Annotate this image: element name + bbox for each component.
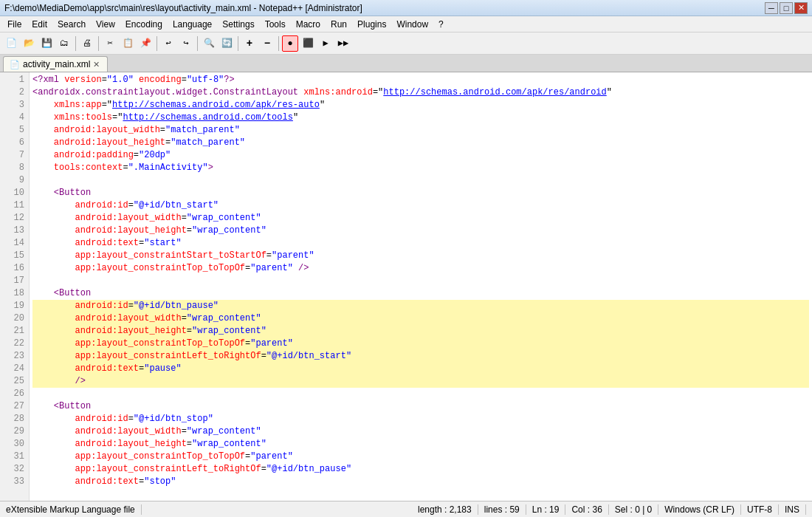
menu-run[interactable]: Run bbox=[326, 18, 351, 31]
code-line-19: android:id="@+id/btn_pause" bbox=[32, 300, 809, 312]
cut-button[interactable]: ✂ bbox=[102, 35, 118, 52]
redo-button[interactable]: ↪ bbox=[178, 35, 194, 52]
tab-icon: 📄 bbox=[10, 60, 20, 69]
code-line-11: android:id="@+id/btn_start" bbox=[32, 199, 809, 212]
toolbar-sep-6 bbox=[278, 36, 279, 51]
code-line-21: android:layout_height="wrap_content" bbox=[32, 325, 809, 338]
zoom-in-button[interactable]: + bbox=[241, 35, 258, 52]
sel-label: Sel : 0 | 0 bbox=[609, 504, 658, 515]
zoom-out-button[interactable]: − bbox=[259, 35, 275, 52]
tab-label: activity_main.xml bbox=[23, 59, 90, 69]
code-line-4: xmlns:tools="http://schemas.android.com/… bbox=[32, 112, 809, 124]
code-line-14: android:text="start" bbox=[32, 237, 809, 250]
code-line-27: <Button bbox=[32, 400, 809, 413]
tab-activity-main[interactable]: 📄 activity_main.xml ✕ bbox=[3, 56, 108, 72]
menu-encoding[interactable]: Encoding bbox=[121, 18, 167, 31]
code-line-15: app:layout_constraintStart_toStartOf="pa… bbox=[32, 250, 809, 262]
toolbar-sep-5 bbox=[238, 36, 238, 51]
menu-settings[interactable]: Settings bbox=[218, 18, 258, 31]
code-line-20: android:layout_width="wrap_content" bbox=[32, 312, 809, 325]
code-line-7: android:padding="20dp" bbox=[32, 149, 809, 162]
copy-button[interactable]: 📋 bbox=[120, 35, 136, 52]
code-line-24: android:text="pause" bbox=[32, 363, 809, 375]
code-line-31: app:layout_constraintTop_toTopOf="parent… bbox=[32, 451, 809, 463]
code-line-9 bbox=[32, 174, 809, 187]
file-type-label: eXtensible Markup Language file bbox=[6, 504, 142, 515]
menu-plugins[interactable]: Plugins bbox=[353, 18, 390, 31]
close-button[interactable]: ✕ bbox=[794, 2, 808, 14]
code-line-26 bbox=[32, 388, 809, 400]
mode-label: INS bbox=[779, 504, 806, 515]
code-line-10: <Button bbox=[32, 187, 809, 199]
editor-container: 1234567891011121314151617181920212223242… bbox=[0, 72, 812, 501]
macro-button[interactable]: ● bbox=[282, 35, 298, 52]
length-label: length : 2,183 bbox=[412, 504, 478, 515]
save-button[interactable]: 💾 bbox=[38, 35, 55, 52]
line-ending-label: Windows (CR LF) bbox=[658, 504, 741, 515]
menu-language[interactable]: Language bbox=[168, 18, 216, 31]
toolbar: 📄 📂 💾 🗂 🖨 ✂ 📋 📌 ↩ ↪ 🔍 🔄 + − ● ⬛ ▶ ▶▶ bbox=[0, 32, 812, 55]
undo-button[interactable]: ↩ bbox=[160, 35, 176, 52]
find-button[interactable]: 🔍 bbox=[201, 35, 217, 52]
menu-bar: FileEditSearchViewEncodingLanguageSettin… bbox=[0, 16, 812, 32]
tab-bar: 📄 activity_main.xml ✕ bbox=[0, 55, 812, 72]
title-bar-text: F:\demo\MediaDemo\app\src\main\res\layou… bbox=[4, 3, 362, 13]
code-line-8: tools:context=".MainActivity"> bbox=[32, 162, 809, 174]
toolbar-sep-4 bbox=[197, 36, 198, 51]
new-button[interactable]: 📄 bbox=[3, 35, 19, 52]
menu-tools[interactable]: Tools bbox=[261, 18, 290, 31]
code-line-12: android:layout_width="wrap_content" bbox=[32, 212, 809, 225]
menu-?[interactable]: ? bbox=[434, 18, 448, 31]
code-line-13: android:layout_height="wrap_content" bbox=[32, 225, 809, 237]
code-line-17 bbox=[32, 275, 809, 287]
status-bar: eXtensible Markup Language file length :… bbox=[0, 501, 812, 517]
title-bar: F:\demo\MediaDemo\app\src\main\res\layou… bbox=[0, 0, 812, 16]
open-button[interactable]: 📂 bbox=[21, 35, 37, 52]
macro-stop-button[interactable]: ⬛ bbox=[300, 35, 316, 52]
toolbar-sep-3 bbox=[156, 36, 157, 51]
menu-file[interactable]: File bbox=[3, 18, 26, 31]
code-line-6: android:layout_height="match_parent" bbox=[32, 137, 809, 149]
code-line-28: android:id="@+id/btn_stop" bbox=[32, 413, 809, 425]
print-button[interactable]: 🖨 bbox=[79, 35, 95, 52]
code-line-1: <?xml version="1.0" encoding="utf-8"?> bbox=[32, 74, 809, 86]
save-all-button[interactable]: 🗂 bbox=[56, 35, 72, 52]
line-numbers: 1234567891011121314151617181920212223242… bbox=[0, 72, 30, 501]
code-area[interactable]: <?xml version="1.0" encoding="utf-8"?><a… bbox=[30, 72, 812, 501]
title-bar-buttons: ─ □ ✕ bbox=[765, 2, 808, 14]
col-label: Col : 36 bbox=[565, 504, 608, 515]
code-line-16: app:layout_constraintTop_toTopOf="parent… bbox=[32, 262, 809, 275]
code-line-32: app:layout_constraintLeft_toRightOf="@+i… bbox=[32, 463, 809, 476]
code-line-33: android:text="stop" bbox=[32, 476, 809, 488]
code-line-2: <androidx.constraintlayout.widget.Constr… bbox=[32, 86, 809, 99]
menu-window[interactable]: Window bbox=[392, 18, 433, 31]
toolbar-sep-2 bbox=[98, 36, 99, 51]
lines-label: lines : 59 bbox=[478, 504, 526, 515]
paste-button[interactable]: 📌 bbox=[137, 35, 154, 52]
macro-play-button[interactable]: ▶ bbox=[317, 35, 334, 52]
code-line-25: /> bbox=[32, 375, 809, 388]
code-line-23: app:layout_constraintLeft_toRightOf="@+i… bbox=[32, 350, 809, 363]
ln-label: Ln : 19 bbox=[526, 504, 566, 515]
code-line-5: android:layout_width="match_parent" bbox=[32, 124, 809, 137]
toolbar-sep-1 bbox=[75, 36, 76, 51]
code-line-3: xmlns:app="http://schemas.android.com/ap… bbox=[32, 99, 809, 112]
menu-edit[interactable]: Edit bbox=[27, 18, 52, 31]
tab-close-icon[interactable]: ✕ bbox=[93, 60, 100, 69]
code-line-30: android:layout_height="wrap_content" bbox=[32, 438, 809, 451]
menu-view[interactable]: View bbox=[92, 18, 120, 31]
code-line-22: app:layout_constraintTop_toTopOf="parent… bbox=[32, 338, 809, 350]
replace-button[interactable]: 🔄 bbox=[219, 35, 235, 52]
maximize-button[interactable]: □ bbox=[780, 2, 793, 14]
macro-run-button[interactable]: ▶▶ bbox=[335, 35, 351, 52]
menu-macro[interactable]: Macro bbox=[292, 18, 325, 31]
code-line-29: android:layout_width="wrap_content" bbox=[32, 425, 809, 438]
minimize-button[interactable]: ─ bbox=[765, 2, 778, 14]
menu-search[interactable]: Search bbox=[53, 18, 90, 31]
code-line-18: <Button bbox=[32, 287, 809, 300]
encoding-label: UTF-8 bbox=[741, 504, 779, 515]
